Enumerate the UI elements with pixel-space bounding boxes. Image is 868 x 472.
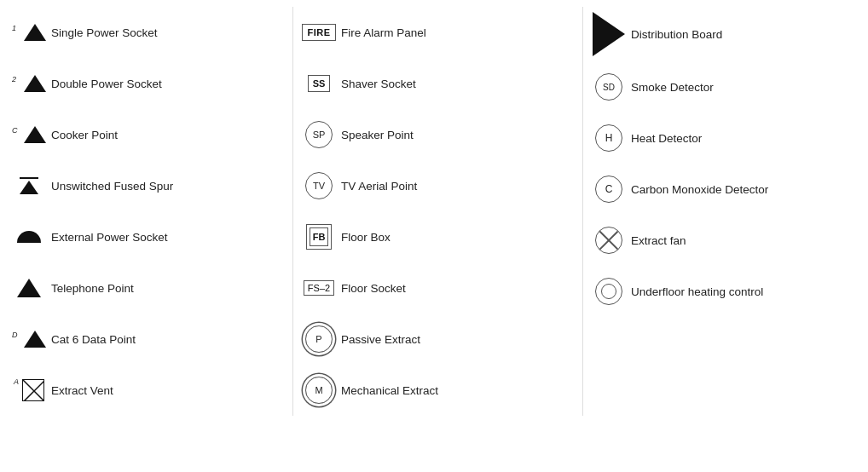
legend-item-floor-box: FB Floor Box — [293, 211, 582, 262]
double-power-socket-icon-cell: 2 — [7, 75, 51, 92]
heat-detector-icon: H — [595, 124, 622, 152]
cat6-data-point-label: Cat 6 Data Point — [51, 333, 286, 346]
mechanical-extract-icon: M — [305, 377, 333, 404]
legend-item-extract-vent: A Extract Vent — [3, 365, 292, 416]
extract-fan-label: Extract fan — [631, 234, 865, 247]
column-1: 1 Single Power Socket 2 Double Power Soc… — [3, 7, 293, 416]
cooker-point-label: Cooker Point — [51, 129, 286, 141]
legend-item-cooker-point: C Cooker Point — [3, 109, 292, 160]
distribution-board-label: Distribution Board — [631, 28, 865, 41]
unswitched-fused-spur-icon-cell — [7, 177, 51, 194]
legend-item-floor-socket: FS–2 Floor Socket — [293, 262, 582, 314]
legend-item-cat6-data-point: D Cat 6 Data Point — [3, 314, 292, 365]
telephone-point-label: Telephone Point — [51, 282, 286, 295]
speaker-point-icon: SP — [305, 121, 333, 148]
single-power-socket-icon: 1 — [12, 24, 46, 41]
column-2: FIRE Fire Alarm Panel SS Shaver Socket S… — [293, 7, 583, 416]
passive-extract-icon-cell: P — [297, 325, 341, 353]
legend-item-extract-fan: Extract fan — [583, 215, 868, 266]
underfloor-heating-control-icon-cell — [587, 278, 631, 305]
fire-alarm-panel-icon: FIRE — [302, 24, 335, 41]
distribution-board-icon — [593, 12, 625, 56]
double-power-socket-label: Double Power Socket — [51, 78, 286, 90]
underfloor-inner-circle — [601, 284, 616, 299]
unswitched-fused-spur-icon — [20, 177, 38, 194]
extract-fan-icon — [595, 227, 622, 254]
fire-alarm-panel-label: Fire Alarm Panel — [341, 26, 576, 39]
external-power-socket-icon — [17, 231, 41, 243]
legend-item-double-power-socket: 2 Double Power Socket — [3, 58, 292, 109]
floor-socket-icon-cell: FS–2 — [297, 280, 341, 296]
underfloor-heating-control-icon — [595, 278, 622, 305]
passive-extract-label: Passive Extract — [341, 333, 576, 346]
legend-grid: 1 Single Power Socket 2 Double Power Soc… — [0, 0, 868, 423]
shaver-socket-icon: SS — [308, 75, 331, 92]
underfloor-heating-control-label: Underfloor heating control — [631, 285, 865, 298]
speaker-point-icon-cell: SP — [297, 121, 341, 148]
telephone-point-icon — [17, 279, 41, 297]
smoke-detector-icon: SD — [595, 73, 622, 101]
legend-item-unswitched-fused-spur: Unswitched Fused Spur — [3, 160, 292, 211]
legend-item-speaker-point: SP Speaker Point — [293, 109, 582, 160]
telephone-point-icon-cell — [7, 279, 51, 297]
carbon-monoxide-detector-icon: C — [595, 176, 622, 203]
tv-aerial-point-label: TV Aerial Point — [341, 180, 576, 193]
smoke-detector-label: Smoke Detector — [631, 81, 865, 94]
extract-vent-icon: A — [14, 379, 44, 401]
floor-socket-icon: FS–2 — [304, 280, 334, 296]
legend-item-fire-alarm-panel: FIRE Fire Alarm Panel — [293, 7, 582, 58]
cat6-data-point-icon: D — [12, 331, 46, 348]
passive-extract-icon: P — [305, 325, 333, 353]
cat6-data-point-icon-cell: D — [7, 331, 51, 348]
legend-item-underfloor-heating-control: Underfloor heating control — [583, 266, 868, 317]
socket-2-superscript: 2 — [12, 75, 16, 83]
extract-vent-label: Extract Vent — [51, 384, 286, 397]
legend-item-passive-extract: P Passive Extract — [293, 314, 582, 365]
unswitched-fused-spur-label: Unswitched Fused Spur — [51, 180, 286, 193]
external-power-socket-icon-cell — [7, 231, 51, 243]
distribution-board-icon-cell — [587, 12, 631, 56]
extract-fan-icon-cell — [587, 227, 631, 254]
shaver-socket-label: Shaver Socket — [341, 78, 576, 90]
column-3: Distribution Board SD Smoke Detector H H… — [583, 7, 868, 416]
heat-detector-label: Heat Detector — [631, 132, 865, 145]
mechanical-extract-icon-cell: M — [297, 377, 341, 404]
single-power-socket-icon-cell: 1 — [7, 24, 51, 41]
carbon-monoxide-detector-icon-cell: C — [587, 176, 631, 203]
cooker-point-icon-cell: C — [7, 126, 51, 143]
legend-item-single-power-socket: 1 Single Power Socket — [3, 7, 292, 58]
socket-1-superscript: 1 — [12, 24, 16, 32]
legend-item-telephone-point: Telephone Point — [3, 262, 292, 314]
tv-aerial-point-icon-cell: TV — [297, 172, 341, 199]
legend-item-shaver-socket: SS Shaver Socket — [293, 58, 582, 109]
extract-vent-x-lines — [23, 380, 44, 401]
tv-aerial-point-icon: TV — [305, 172, 333, 199]
legend-item-carbon-monoxide-detector: C Carbon Monoxide Detector — [583, 164, 868, 215]
single-power-socket-label: Single Power Socket — [51, 26, 286, 39]
smoke-detector-icon-cell: SD — [587, 73, 631, 101]
floor-box-icon: FB — [306, 224, 332, 250]
double-power-socket-icon: 2 — [12, 75, 46, 92]
legend-item-external-power-socket: External Power Socket — [3, 211, 292, 262]
carbon-monoxide-detector-label: Carbon Monoxide Detector — [631, 183, 865, 196]
speaker-point-label: Speaker Point — [341, 129, 576, 141]
legend-item-distribution-board: Distribution Board — [583, 7, 868, 61]
floor-box-icon-cell: FB — [297, 224, 341, 250]
fire-alarm-panel-icon-cell: FIRE — [297, 24, 341, 41]
cooker-point-icon: C — [12, 126, 46, 143]
legend-item-smoke-detector: SD Smoke Detector — [583, 61, 868, 112]
legend-item-mechanical-extract: M Mechanical Extract — [293, 365, 582, 416]
mechanical-extract-label: Mechanical Extract — [341, 384, 576, 397]
extract-vent-icon-cell: A — [7, 379, 51, 401]
external-power-socket-label: External Power Socket — [51, 231, 286, 244]
shaver-socket-icon-cell: SS — [297, 75, 341, 92]
legend-item-tv-aerial-point: TV TV Aerial Point — [293, 160, 582, 211]
floor-box-label: Floor Box — [341, 231, 576, 244]
heat-detector-icon-cell: H — [587, 124, 631, 152]
floor-socket-label: Floor Socket — [341, 282, 576, 295]
legend-item-heat-detector: H Heat Detector — [583, 112, 868, 164]
